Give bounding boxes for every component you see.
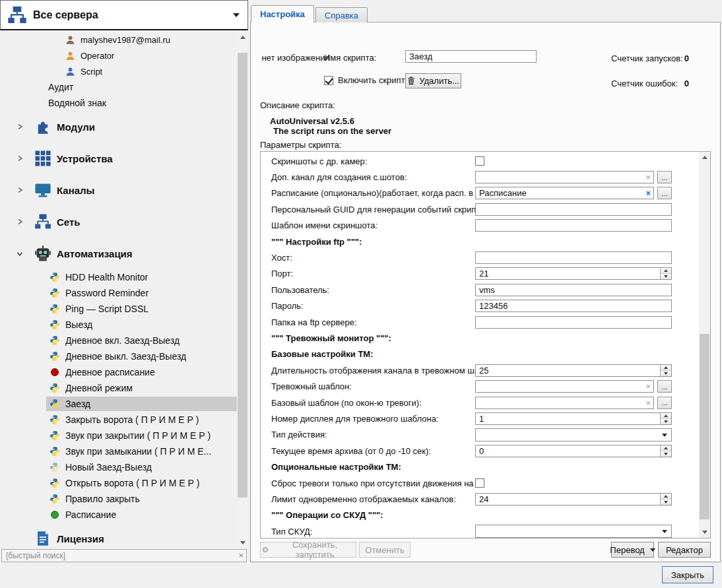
param-dropdown[interactable] — [475, 525, 672, 538]
param-input[interactable]: 123456 — [475, 300, 672, 312]
delete-button[interactable]: Удалить... — [405, 73, 461, 88]
tree-item[interactable]: Правило закрыть — [0, 491, 237, 507]
spin-up-button[interactable] — [661, 365, 671, 371]
scrollbar-track[interactable] — [699, 163, 710, 527]
spinner[interactable] — [660, 494, 671, 505]
param-input[interactable]: 24 — [475, 493, 672, 506]
param-input[interactable] — [475, 203, 672, 216]
tree-item[interactable]: Дневное вкл. Заезд-Выезд — [0, 333, 237, 348]
spin-down-button[interactable] — [661, 371, 671, 376]
chevron-right-icon[interactable] — [16, 218, 25, 226]
param-input[interactable]: × — [475, 171, 654, 183]
tree-item[interactable]: malyshev1987@mail.ru — [0, 32, 237, 48]
tree-item[interactable]: Расписание — [0, 507, 237, 523]
translate-button[interactable]: Перевод — [611, 542, 654, 558]
tree-item[interactable]: Водяной знак — [0, 95, 237, 111]
tree-item[interactable]: Звук при замыкании ( П Р И М Е... — [0, 443, 237, 459]
chevron-right-icon[interactable] — [16, 186, 25, 194]
param-input[interactable]: 21 — [475, 267, 672, 280]
param-input[interactable]: vms — [475, 284, 672, 296]
tree-item[interactable]: Аудит — [0, 79, 237, 95]
clear-icon[interactable]: × — [645, 172, 651, 183]
chevron-right-icon[interactable] — [16, 123, 25, 131]
param-input[interactable]: × — [475, 380, 654, 393]
param-input[interactable] — [475, 316, 672, 329]
browse-button[interactable]: ... — [657, 171, 672, 183]
server-selector[interactable]: Все сервера — [0, 0, 248, 30]
spinner[interactable] — [660, 365, 671, 376]
tree-item[interactable]: Script — [0, 63, 237, 79]
spinner[interactable] — [660, 445, 671, 457]
param-input[interactable] — [475, 251, 672, 264]
tree-item[interactable]: Звук при закрытии ( П Р И М Е Р ) — [0, 428, 237, 443]
param-row: Тип действия: — [261, 427, 699, 443]
tree-item[interactable]: Устройства — [0, 143, 237, 174]
browse-button[interactable]: ... — [657, 397, 672, 409]
browse-button[interactable]: ... — [657, 187, 672, 199]
enable-script-checkbox[interactable]: Включить скрипт — [324, 75, 405, 85]
scrollbar-thumb[interactable] — [700, 334, 709, 519]
spin-down-button[interactable] — [661, 451, 671, 457]
scrollbar-thumb[interactable] — [238, 53, 247, 498]
cancel-button[interactable]: Отменить — [359, 542, 410, 558]
tree-item[interactable]: Открыть ворота ( П Р И М Е Р ) — [0, 475, 237, 491]
chevron-right-icon[interactable] — [16, 154, 25, 162]
settings-panel: нет изображения Имя скрипта: Заезд Счетч… — [250, 22, 721, 562]
spin-down-button[interactable] — [661, 419, 671, 424]
tree-item[interactable]: Новый Заезд-Выезд — [0, 459, 237, 475]
script-name-input[interactable]: Заезд — [405, 50, 537, 63]
param-input[interactable]: Расписание× — [475, 187, 654, 199]
tree-item[interactable]: Выезд — [0, 317, 237, 333]
clear-icon[interactable]: × — [238, 550, 244, 561]
tab-settings[interactable]: Настройка — [251, 5, 314, 22]
tree-item[interactable]: Дневное выкл. Заезд-Выезд — [0, 348, 237, 364]
chevron-down-icon[interactable] — [16, 249, 25, 257]
clear-icon[interactable]: × — [645, 398, 651, 408]
spin-down-button[interactable] — [661, 500, 671, 505]
tree-item[interactable]: Модули — [0, 111, 237, 143]
tree-item[interactable]: HDD Health Monitor — [0, 269, 237, 285]
save-run-button[interactable]: Сохранить, запустить — [260, 542, 356, 558]
tree-item[interactable]: Каналы — [0, 174, 237, 206]
scroll-up-icon[interactable] — [699, 152, 710, 163]
tree-item[interactable]: Автоматизация — [0, 238, 237, 269]
checkbox-icon[interactable] — [324, 76, 333, 85]
tree-item[interactable]: Лицензия — [0, 523, 237, 548]
clear-icon[interactable]: × — [645, 381, 651, 392]
spin-up-button[interactable] — [661, 268, 671, 274]
params-scrollbar[interactable] — [699, 152, 710, 538]
tree-item[interactable]: Дневной режим — [0, 380, 237, 396]
tree-item[interactable]: Заезд — [0, 396, 237, 412]
spin-down-button[interactable] — [661, 274, 671, 279]
tree-item[interactable]: Сеть — [0, 206, 237, 238]
param-input[interactable] — [475, 219, 672, 232]
spin-up-button[interactable] — [661, 445, 671, 451]
param-input[interactable]: 25 — [475, 364, 672, 377]
spin-up-button[interactable] — [661, 494, 671, 500]
param-dropdown[interactable] — [475, 428, 672, 441]
param-checkbox[interactable] — [475, 156, 484, 166]
tree-item[interactable]: Operator — [0, 48, 237, 63]
spin-up-button[interactable] — [661, 413, 671, 419]
spinner[interactable] — [660, 268, 671, 279]
editor-button[interactable]: Редактор — [658, 542, 711, 558]
scrollbar-track[interactable] — [237, 43, 248, 537]
clear-icon[interactable]: × — [645, 188, 651, 199]
param-input[interactable]: 0 — [475, 445, 672, 457]
tree-scrollbar[interactable] — [237, 32, 248, 548]
scroll-down-icon[interactable] — [237, 537, 248, 548]
spinner[interactable] — [660, 413, 671, 424]
param-input[interactable]: × — [475, 397, 654, 409]
tree-item[interactable]: Закрыть ворота ( П Р И М Е Р ) — [0, 412, 237, 428]
tab-help[interactable]: Справка — [315, 7, 368, 22]
quick-search-input[interactable] — [1, 549, 247, 562]
tree-item[interactable]: Password Reminder — [0, 285, 237, 301]
close-button[interactable]: Закрыть — [662, 566, 713, 583]
scroll-down-icon[interactable] — [699, 527, 710, 538]
param-checkbox[interactable] — [475, 478, 484, 488]
tree-item[interactable]: Дневное расписание — [0, 364, 237, 380]
scroll-up-icon[interactable] — [237, 32, 248, 43]
tree-item[interactable]: Ping — Script DSSL — [0, 301, 237, 317]
browse-button[interactable]: ... — [657, 380, 672, 393]
param-input[interactable]: 1 — [475, 412, 672, 425]
